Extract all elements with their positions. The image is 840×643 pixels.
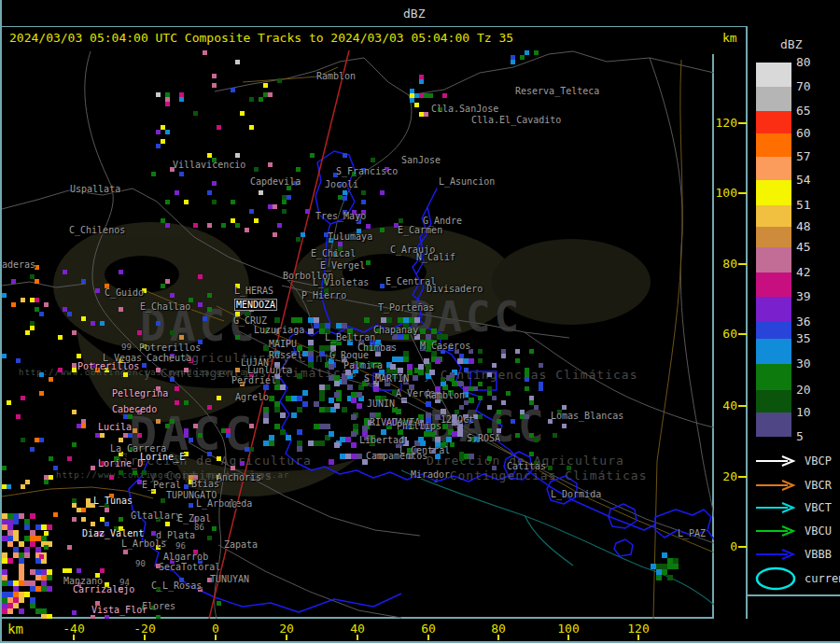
legend-label: current	[805, 572, 840, 585]
map-place-label: C_Chilenos	[69, 225, 125, 235]
map-place-label: L_PAZ	[678, 528, 706, 538]
map-place-label: Cacheuta	[147, 353, 191, 363]
scale-value-label: 35	[796, 331, 811, 345]
scale-color-block	[756, 227, 791, 247]
panel-bottom-line	[748, 594, 840, 596]
bottom-axis-tick-label: 120	[627, 622, 649, 636]
map-place-label: C_L_Rosas	[151, 580, 202, 591]
route-number-label: 90	[135, 559, 146, 568]
map-place-label: Perdriel	[231, 375, 276, 385]
header-row: 2024/03/03 05:04:00 UTC Composite Tracks…	[2, 26, 840, 50]
legend-label: VBCR	[805, 479, 832, 492]
scale-color-block	[756, 87, 791, 111]
map-place-label: Potrerillos	[139, 342, 201, 353]
map-place-label: MAIPU	[269, 339, 297, 349]
map-place-label: Lucila	[98, 422, 132, 432]
scale-color-block	[756, 364, 791, 390]
map-place-label: N_Calif	[416, 252, 455, 262]
legend-label: VBCP	[805, 454, 832, 468]
map-place-label: E_Chical	[311, 248, 356, 259]
map-place-label: Algarrob	[163, 552, 208, 562]
scale-color-block	[756, 157, 791, 180]
map-place-label: Gltallary	[131, 510, 181, 521]
map-place-label: SecaTotoral	[159, 562, 220, 572]
right-axis-tick-mark	[738, 333, 747, 335]
route-number-label: 96	[175, 541, 186, 551]
map-place-label: Lorine_E	[140, 452, 185, 462]
scale-color-block	[756, 297, 791, 322]
map-place-label: Palmira	[343, 360, 383, 370]
map-place-label: E_Carmen	[398, 225, 442, 235]
map-place-label: P_Hierro	[301, 290, 346, 301]
map-place-label: JUNIN	[367, 398, 395, 409]
radar-app-window: dBZ 2024/03/03 05:04:00 UTC Composite Tr…	[0, 0, 840, 643]
map-place-label: Ramblon	[316, 71, 356, 81]
map-place-label: TUNUYAN	[210, 574, 249, 584]
map-place-label: MENDOZA	[234, 299, 277, 311]
map-place-label: L_Arboleda	[196, 498, 252, 509]
scale-value-label: 51	[796, 198, 811, 212]
scale-color-block	[756, 273, 791, 297]
map-place-label: Tres_Mayo	[315, 211, 366, 221]
scale-value-label: 39	[796, 289, 811, 303]
map-place-label: Lunlunta	[247, 365, 292, 375]
bottom-axis-unit-label: km	[7, 622, 23, 636]
bottom-axis-tick-mark	[567, 635, 569, 640]
map-label-layer: RamblonReserva_TeltecaClla.SanJoseClla.E…	[2, 50, 714, 619]
bottom-axis-tick-label: -20	[133, 622, 155, 636]
right-axis-unit-label: km	[722, 31, 737, 45]
scale-color-block	[756, 339, 791, 364]
bottom-axis-tick-mark	[637, 635, 639, 640]
map-place-label: S_MARTIN	[364, 373, 409, 384]
map-place-label: E_Challao	[140, 301, 190, 312]
scale-value-label: 10	[796, 405, 811, 419]
scale-color-block	[756, 205, 791, 227]
page-title: dBZ	[403, 7, 425, 21]
map-place-label: Mirador	[411, 469, 450, 480]
map-place-label: C_Guido	[105, 287, 144, 298]
scale-title: dBZ	[780, 37, 802, 51]
map-place-label: Jocoli	[325, 179, 358, 189]
legend-row: VBCT	[754, 501, 832, 514]
map-place-label: S_Francisco	[336, 166, 398, 176]
map-place-label: L_HERAS	[234, 286, 273, 296]
map-place-label: Clla.El_Cavadito	[471, 115, 561, 125]
map-place-label: Pellegrina	[112, 388, 168, 398]
scale-value-label: 48	[796, 219, 811, 233]
map-place-label: Anchoris	[217, 472, 261, 482]
map-place-label: Divisadero	[427, 284, 483, 294]
map-place-label: 12_Oct	[441, 414, 474, 425]
bottom-axis: km -40-20020406080100120	[2, 619, 840, 641]
scale-value-label: 5	[796, 429, 804, 443]
map-place-label: Vista_Flor	[91, 605, 147, 615]
map-place-label: Russel	[269, 350, 302, 360]
bottom-axis-tick-label: -40	[63, 622, 84, 636]
map-place-label: SanJose	[401, 155, 441, 165]
map-place-label: Campamentos	[366, 451, 427, 461]
map-place-label: E_Vergel	[320, 260, 365, 271]
scale-value-label: 70	[796, 79, 811, 93]
right-axis-tick-mark	[738, 122, 747, 124]
title-bar: dBZ	[2, 0, 840, 26]
right-axis-tick-mark	[738, 546, 747, 548]
legend-row-current: current	[754, 566, 840, 592]
map-place-label: Capdevila	[250, 176, 301, 187]
bottom-axis-tick-label: 60	[421, 622, 436, 636]
map-place-label: Clla.SanJose	[431, 104, 498, 114]
track-arrow-icon	[754, 455, 797, 467]
map-place-label: M_Caseros	[420, 341, 470, 351]
scale-value-label: 54	[796, 173, 811, 187]
map-place-label: Lorine_D	[98, 458, 143, 468]
legend-label: VBCU	[805, 524, 832, 538]
track-arrow-icon	[754, 549, 797, 560]
map-place-label: Chapanay	[373, 325, 418, 335]
route-number-label: 99	[121, 342, 132, 352]
map-canvas[interactable]: DACCDACCDACCDACCde Agricultura y Conty C…	[2, 50, 714, 619]
map-place-label: Catitas	[507, 461, 546, 471]
map-place-label: Lomas_Blancas	[551, 411, 623, 421]
map-place-label: Diaz_Valent	[82, 528, 144, 538]
right-axis-tick-mark	[738, 263, 747, 265]
legend-row: VBCP	[754, 454, 832, 468]
scale-value-label: 36	[796, 315, 811, 328]
right-axis-tick-mark	[738, 192, 747, 194]
